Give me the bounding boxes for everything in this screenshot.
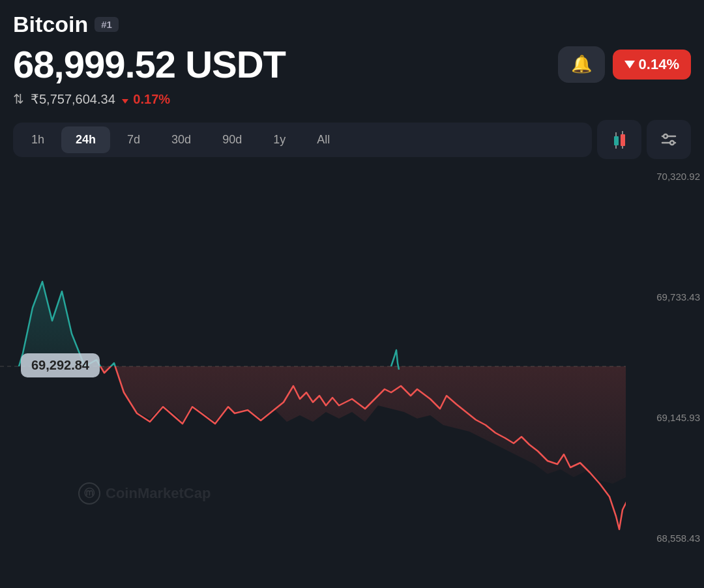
settings-sliders-icon <box>660 130 678 149</box>
coin-name: Bitcoin <box>13 12 88 37</box>
down-arrow-icon <box>624 61 635 68</box>
tab-1y[interactable]: 1y <box>259 126 300 153</box>
tab-90d[interactable]: 90d <box>208 126 256 153</box>
svg-point-1 <box>664 134 667 138</box>
chart-type-button[interactable] <box>597 120 641 159</box>
svg-rect-4 <box>0 164 704 557</box>
candlestick-icon <box>614 131 625 149</box>
chart-settings-button[interactable] <box>647 120 691 159</box>
svg-point-3 <box>670 141 674 145</box>
tab-24h[interactable]: 24h <box>61 126 110 153</box>
price-chart[interactable]: 70,320.92 69,733.43 69,145.93 68,558.43 … <box>0 164 704 557</box>
swap-arrows-icon: ⇅ <box>13 91 24 107</box>
timeframe-tabs: 1h 24h 7d 30d 90d 1y All <box>13 123 592 157</box>
sub-change-pct: 0.17% <box>122 92 170 107</box>
change-badge[interactable]: 0.14% <box>613 50 691 80</box>
sub-price: ₹5,757,604.34 <box>31 91 115 107</box>
sub-arrow-icon <box>122 99 128 104</box>
alert-button[interactable]: 🔔 <box>558 46 605 83</box>
main-price: 68,999.52 USDT <box>13 42 286 86</box>
tab-all[interactable]: All <box>302 126 344 153</box>
rank-badge: #1 <box>95 17 119 32</box>
tab-30d[interactable]: 30d <box>157 126 205 153</box>
change-pct-value: 0.14% <box>639 56 679 73</box>
bell-icon: 🔔 <box>571 54 592 74</box>
tab-1h[interactable]: 1h <box>17 126 59 153</box>
tab-7d[interactable]: 7d <box>113 126 154 153</box>
